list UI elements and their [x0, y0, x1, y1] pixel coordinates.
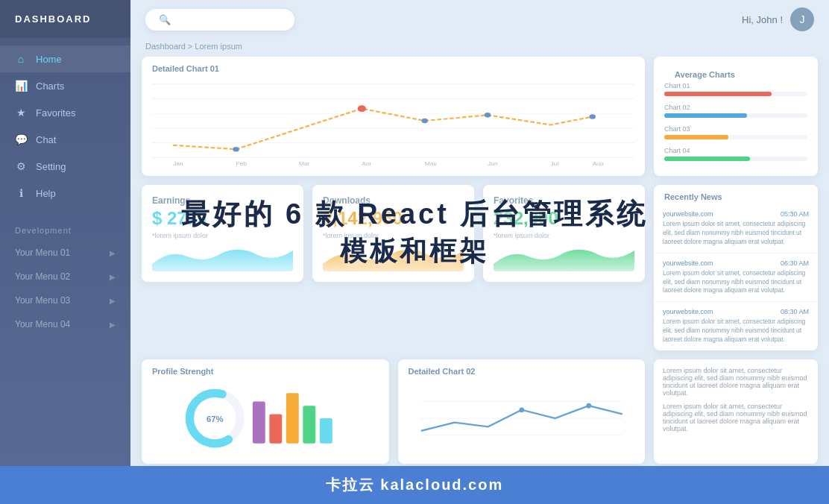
submenu-label: Your Menu 02 — [15, 271, 70, 282]
svg-rect-25 — [303, 406, 315, 444]
bottom-news-text2: Lorem ipsum dolor sit amet, consectetur … — [663, 403, 809, 432]
stat-bar-area — [152, 242, 293, 271]
news-meta: yourwebsite.com 08:30 AM — [663, 308, 809, 315]
nav-icon: 📊 — [15, 80, 27, 92]
nav-label: Favorites — [36, 107, 75, 119]
submenu-label: Your Menu 03 — [15, 295, 70, 306]
avg-chart-label: Chart 01 — [664, 82, 807, 89]
avg-chart-item: Chart 01 — [664, 82, 807, 96]
news-items: yourwebsite.com 05:30 AM Lorem ipsum dol… — [654, 204, 818, 350]
stat-value: 2,142,950 — [323, 208, 464, 229]
svg-text:Jun: Jun — [488, 161, 498, 166]
sidebar-item-setting[interactable]: ⚙Setting — [0, 153, 130, 180]
news-time: 08:30 AM — [781, 308, 809, 315]
svg-text:Jan: Jan — [173, 161, 183, 166]
submenu-label: Your Menu 01 — [15, 248, 70, 258]
sidebar-submenu-item[interactable]: Your Menu 02▶ — [0, 265, 130, 289]
news-item: yourwebsite.com 08:30 AM Lorem ipsum dol… — [654, 302, 818, 350]
svg-text:Apr: Apr — [362, 161, 372, 166]
news-card: Recently News yourwebsite.com 05:30 AM L… — [654, 185, 818, 350]
avg-bar-bg — [664, 157, 807, 161]
sidebar-submenu-item[interactable]: Your Menu 01▶ — [0, 241, 130, 265]
news-text: Lorem ipsum dolor sit amet, consectetur … — [663, 318, 809, 344]
sidebar: DASHBOARD ⌂Home📊Charts★Favorites💬Chat⚙Se… — [0, 0, 130, 466]
svg-text:Mar: Mar — [299, 161, 310, 166]
news-text: Lorem ipsum dolor sit amet, consectetur … — [663, 269, 809, 296]
avg-bar-bg — [664, 135, 807, 139]
sidebar-section-label: Development — [0, 214, 130, 241]
sidebar-submenu-item[interactable]: Your Menu 04▶ — [0, 312, 130, 336]
detail-chart2-title: Detailed Chart 02 — [398, 359, 646, 379]
nav-label: Setting — [36, 161, 66, 172]
avg-bar-bg — [664, 113, 807, 118]
stat-cards: Earnings $ 2723 *lorem ipsum dolor Downl… — [142, 185, 645, 350]
submenu-arrow: ▶ — [110, 321, 116, 329]
svg-point-7 — [233, 147, 239, 152]
avatar: J — [790, 7, 814, 31]
avg-chart-item: Chart 04 — [664, 147, 807, 161]
sidebar-submenus: Your Menu 01▶Your Menu 02▶Your Menu 03▶Y… — [0, 241, 130, 336]
sidebar-item-chat[interactable]: 💬Chat — [0, 126, 130, 153]
avg-chart-item: Chart 03 — [664, 125, 807, 139]
sidebar-item-home[interactable]: ⌂Home — [0, 45, 130, 72]
svg-text:Feb: Feb — [236, 161, 248, 166]
svg-text:May: May — [425, 161, 437, 166]
content-area: 🔍 Hi, John ! J Dashboard > Lorem ipsum D… — [130, 0, 829, 466]
news-site: yourwebsite.com — [663, 259, 713, 267]
row-2: Earnings $ 2723 *lorem ipsum dolor Downl… — [142, 185, 818, 350]
stat-card: Earnings $ 2723 *lorem ipsum dolor — [142, 185, 303, 282]
nav-icon: ⚙ — [15, 160, 27, 172]
profile-chart-title: Profile Strenght — [142, 359, 389, 379]
nav-icon: ℹ — [15, 187, 27, 199]
news-time: 06:30 AM — [781, 259, 809, 267]
svg-rect-24 — [286, 393, 299, 444]
news-meta: yourwebsite.com 06:30 AM — [663, 259, 809, 267]
detail-chart2-card: Detailed Chart 02 — [398, 359, 646, 464]
user-greeting: Hi, John ! — [742, 14, 783, 25]
search-input[interactable] — [177, 14, 281, 25]
nav-label: Chat — [36, 134, 56, 145]
sidebar-item-favorites[interactable]: ★Favorites — [0, 99, 130, 126]
stat-bar-area — [323, 242, 464, 271]
main-chart-area: Jan Feb Mar Apr May Jun Jul Aug — [142, 76, 645, 176]
sidebar-item-help[interactable]: ℹHelp — [0, 180, 130, 207]
main-chart-svg: Jan Feb Mar Apr May Jun Jul Aug — [152, 76, 634, 166]
banner-text: 卡拉云 kalacloud.com — [326, 476, 504, 493]
svg-text:Aug: Aug — [593, 161, 604, 166]
news-text: Lorem ipsum dolor sit amet, consectetur … — [663, 220, 809, 247]
search-bar[interactable]: 🔍 — [145, 9, 294, 31]
avg-bar-bg — [664, 92, 807, 96]
sidebar-title: DASHBOARD — [0, 0, 130, 38]
stat-sub: *lorem ipsum dolor — [494, 232, 634, 239]
main-layout: DASHBOARD ⌂Home📊Charts★Favorites💬Chat⚙Se… — [0, 0, 829, 466]
stat-card: Favorites 232,000 *lorem ipsum dolor — [483, 185, 645, 282]
stat-bar-area — [494, 242, 634, 271]
news-item: yourwebsite.com 05:30 AM Lorem ipsum dol… — [654, 204, 818, 253]
row-3: Profile Strenght 67% — [142, 359, 818, 464]
svg-point-10 — [590, 114, 596, 119]
main-chart-title: Detailed Chart 01 — [142, 57, 645, 76]
user-info: Hi, John ! J — [742, 7, 814, 31]
app-root: DASHBOARD ⌂Home📊Charts★Favorites💬Chat⚙Se… — [0, 0, 829, 504]
stat-label: Favorites — [494, 195, 634, 206]
avg-chart-item: Chart 02 — [664, 104, 807, 118]
bottom-banner: 卡拉云 kalacloud.com — [0, 466, 829, 504]
sidebar-submenu-item[interactable]: Your Menu 03▶ — [0, 289, 130, 312]
submenu-label: Your Menu 04 — [15, 319, 70, 330]
avg-chart-label: Chart 02 — [664, 104, 807, 111]
svg-point-8 — [421, 119, 427, 124]
nav-icon: 💬 — [15, 133, 27, 145]
svg-rect-26 — [320, 418, 332, 444]
bottom-news-text: Lorem ipsum dolor sit amet, consectetur … — [663, 367, 809, 397]
avg-bar — [664, 135, 728, 139]
svg-text:Jul: Jul — [550, 161, 558, 166]
nav-label: Home — [36, 54, 62, 65]
sidebar-item-charts[interactable]: 📊Charts — [0, 72, 130, 99]
row-1: Detailed Chart 01 — [142, 57, 818, 176]
main-area: DASHBOARD ⌂Home📊Charts★Favorites💬Chat⚙Se… — [0, 0, 829, 466]
detail-chart2-svg — [407, 385, 637, 452]
avg-charts-title: Average Charts — [664, 63, 807, 82]
nav-icon: ★ — [15, 107, 27, 119]
svg-point-30 — [519, 407, 524, 412]
avg-bar — [664, 92, 772, 96]
